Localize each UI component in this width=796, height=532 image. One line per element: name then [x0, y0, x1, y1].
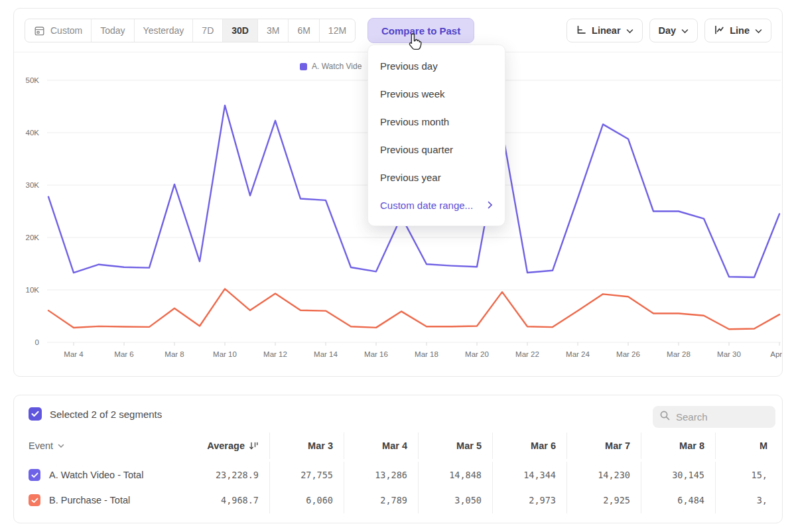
selected-segments-summary: Selected 2 of 2 segments [50, 409, 162, 420]
x-axis-tick-label: Mar 26 [616, 350, 640, 358]
column-header-mar-4[interactable]: Mar 4 [344, 432, 418, 459]
segment-label-cell: B. Purchase - Total [29, 487, 173, 513]
column-header-event[interactable]: Event [29, 432, 173, 459]
x-axis-tick-label: Mar 6 [114, 350, 133, 358]
x-axis-tick-label: Mar 8 [165, 350, 184, 358]
date-range-segmented-control: Custom Today Yesterday 7D 30D 3M 6M 12M [25, 19, 356, 42]
y-axis-tick-label: 20K [26, 233, 40, 241]
x-axis-tick-label: Mar 14 [314, 350, 338, 358]
segment-label-cell: A. Watch Video - Total [29, 462, 173, 488]
column-header-mar-7[interactable]: Mar 7 [566, 432, 641, 459]
x-axis-tick-label: Mar 20 [465, 350, 489, 358]
column-header-mar-3[interactable]: Mar 3 [269, 432, 344, 459]
chevron-down-icon [681, 25, 689, 36]
value-cell: 13,286 [344, 462, 418, 488]
date-range-label: Custom [50, 25, 82, 36]
x-axis-tick-label: Mar 22 [515, 350, 539, 358]
value-cell: 6,484 [641, 487, 715, 513]
date-range-today[interactable]: Today [92, 19, 134, 42]
value-cell: 6,060 [269, 487, 344, 513]
chevron-right-icon [488, 200, 493, 211]
compare-to-past-button[interactable]: Compare to Past [367, 18, 474, 43]
legend-label: A. Watch Vide [312, 62, 362, 71]
x-axis-tick-label: Mar 4 [64, 350, 84, 358]
y-axis-tick-label: 0 [35, 338, 39, 346]
chevron-down-icon [626, 25, 633, 36]
chart-type-dropdown-button[interactable]: Line [704, 19, 771, 42]
x-axis-tick-label: Mar 24 [566, 350, 590, 358]
value-cell: 3, [715, 487, 778, 513]
y-axis-tick-label: 50K [26, 76, 40, 84]
value-cell: 27,755 [269, 462, 344, 488]
calendar-icon [34, 25, 45, 36]
search-icon [659, 410, 671, 424]
segments-table-card: Selected 2 of 2 segments EventAverageMar… [13, 395, 783, 523]
date-range-12m[interactable]: 12M [320, 19, 355, 42]
menu-item-previous-month[interactable]: Previous month [368, 107, 505, 135]
x-axis-tick-label: Mar 12 [263, 350, 287, 358]
segment-name: A. Watch Video - Total [49, 470, 143, 480]
date-range-7d[interactable]: 7D [193, 19, 223, 42]
value-cell: 14,230 [566, 462, 641, 488]
menu-item-custom-date-range[interactable]: Custom date range... [368, 191, 505, 219]
series-line [48, 289, 779, 329]
value-cell: 14,848 [418, 462, 492, 488]
menu-item-previous-quarter[interactable]: Previous quarter [368, 135, 505, 163]
menu-item-previous-year[interactable]: Previous year [368, 163, 505, 191]
x-axis-tick-label: Mar 10 [213, 350, 237, 358]
y-axis-tick-label: 10K [26, 286, 40, 294]
x-axis-tick-label: Apr 1 [770, 350, 782, 358]
segment-checkbox[interactable] [29, 494, 40, 506]
segment-checkbox[interactable] [29, 469, 40, 481]
value-cell: 2,973 [492, 487, 566, 513]
segment-name: B. Purchase - Total [49, 495, 130, 505]
search-input[interactable] [676, 411, 762, 423]
chevron-down-icon [58, 444, 64, 448]
value-cell: 15, [715, 462, 778, 488]
value-cell: 4,968.7 [173, 487, 269, 513]
column-header-average[interactable]: Average [173, 432, 269, 459]
x-axis-tick-label: Mar 28 [667, 350, 691, 358]
table-header-row: EventAverageMar 3Mar 4Mar 5Mar 6Mar 7Mar… [14, 432, 783, 459]
chart-card: Custom Today Yesterday 7D 30D 3M 6M 12M … [13, 8, 783, 377]
column-header-mar-8[interactable]: Mar 8 [641, 432, 715, 459]
menu-item-previous-week[interactable]: Previous week [368, 80, 505, 107]
value-cell: 2,925 [566, 487, 641, 513]
x-axis-tick-label: Mar 18 [415, 350, 438, 358]
date-range-6m[interactable]: 6M [289, 19, 319, 42]
interval-dropdown-button[interactable]: Day [649, 19, 698, 42]
value-cell: 30,145 [641, 462, 715, 488]
table-row[interactable]: A. Watch Video - Total23,228.927,75513,2… [14, 462, 783, 488]
search-box[interactable] [653, 406, 775, 428]
line-chart-icon [714, 25, 724, 37]
linear-axis-icon [576, 25, 586, 37]
x-axis-tick-label: Mar 30 [717, 350, 741, 358]
scale-dropdown-button[interactable]: Linear [566, 19, 643, 42]
date-range-30d[interactable]: 30D [223, 19, 258, 42]
column-header-m[interactable]: M [715, 432, 778, 459]
y-axis-tick-label: 40K [26, 129, 40, 137]
date-range-3m[interactable]: 3M [258, 19, 289, 42]
select-all-checkbox[interactable] [29, 407, 42, 421]
date-range-custom[interactable]: Custom [25, 19, 92, 42]
value-cell: 2,789 [344, 487, 418, 513]
column-header-mar-5[interactable]: Mar 5 [418, 432, 492, 459]
date-range-yesterday[interactable]: Yesterday [135, 19, 194, 42]
sort-descending-icon [249, 441, 259, 450]
value-cell: 23,228.9 [173, 462, 269, 488]
column-header-mar-6[interactable]: Mar 6 [492, 432, 566, 459]
chart-legend[interactable]: A. Watch Vide [300, 62, 362, 71]
x-axis-tick-label: Mar 16 [364, 350, 388, 358]
menu-item-previous-day[interactable]: Previous day [368, 52, 505, 80]
compare-to-past-menu: Previous day Previous week Previous mont… [367, 44, 505, 226]
value-cell: 14,344 [492, 462, 566, 488]
chevron-down-icon [755, 25, 762, 36]
y-axis-tick-label: 30K [26, 181, 40, 189]
table-row[interactable]: B. Purchase - Total4,968.76,0602,7893,05… [14, 487, 783, 513]
value-cell: 3,050 [418, 487, 492, 513]
legend-swatch [300, 63, 307, 70]
